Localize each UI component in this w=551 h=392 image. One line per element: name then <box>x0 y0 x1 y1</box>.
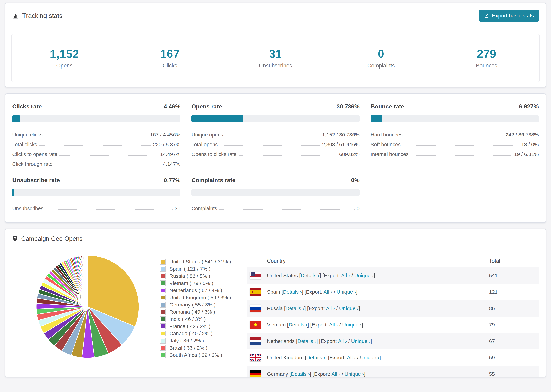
rate-row-label: Total clicks <box>12 142 37 147</box>
export-button-label: Export basic stats <box>492 13 534 19</box>
complaints-rate-bar <box>191 189 360 196</box>
dotted-leader <box>219 209 354 210</box>
rates-grid-bottom: Unsubscribe rate 0.77% Unsubscribes 31 C… <box>12 177 539 211</box>
export-all-link[interactable]: All › <box>326 305 335 311</box>
stat-label: Clicks <box>163 63 177 69</box>
details-link[interactable]: Details › <box>301 273 319 278</box>
legend-label: France ( 42 / 2% ) <box>170 323 211 329</box>
legend-item-romania[interactable]: Romania ( 49 / 3% ) <box>160 308 231 315</box>
rate-detail-row: Hard bounces 242 / 86.738% <box>371 128 539 138</box>
complaints-rate-value: 0% <box>351 177 360 183</box>
legend-item-france[interactable]: France ( 42 / 2% ) <box>160 323 231 330</box>
geo-table-row-es: Spain [Details ›] [Export: All › / Uniqu… <box>247 284 539 300</box>
tracking-stats-title: Tracking stats <box>22 12 63 20</box>
export-unique-link[interactable]: Unique › <box>342 322 361 328</box>
geo-table-header-country: Country <box>267 258 489 264</box>
export-basic-stats-button[interactable]: Export basic stats <box>479 10 539 21</box>
export-unique-link[interactable]: Unique › <box>337 289 356 295</box>
flag-gb <box>250 354 261 361</box>
details-link[interactable]: Details › <box>297 338 316 344</box>
dotted-leader <box>220 145 320 146</box>
rate-row-value: 19 / 6.81% <box>514 151 539 157</box>
flag-ru <box>250 305 261 312</box>
legend-item-russia[interactable]: Russia ( 86 / 5% ) <box>160 273 231 280</box>
geo-opens-title-wrap: Campaign Geo Opens <box>12 235 83 242</box>
geo-opens-title: Campaign Geo Opens <box>21 235 83 242</box>
stat-label: Unsubscribes <box>259 63 292 69</box>
rate-row-value: 242 / 86.738% <box>506 132 539 138</box>
legend-item-netherlands[interactable]: Netherlands ( 67 / 4% ) <box>160 287 231 294</box>
country-cell: United States [Details ›] [Export: All ›… <box>267 273 489 279</box>
rate-row-label: Total opens <box>191 142 218 147</box>
country-total: 55 <box>489 371 535 377</box>
legend-swatch <box>160 259 166 265</box>
geo-countries-table: Country Total United States [Details ›] … <box>247 255 539 377</box>
export-unique-link[interactable]: Unique › <box>351 338 370 344</box>
country-total: 121 <box>489 289 535 295</box>
export-all-link[interactable]: All › <box>347 355 356 360</box>
geo-opens-card: Campaign Geo Opens United States ( 541 /… <box>5 229 546 377</box>
country-cell: Russia [Details ›] [Export: All › / Uniq… <box>267 305 489 311</box>
details-link[interactable]: Details › <box>286 305 304 311</box>
pie-slice-other[interactable] <box>87 255 88 307</box>
legend-item-vietnam[interactable]: Vietnam ( 79 / 5% ) <box>160 280 231 287</box>
legend-label: United Kingdom ( 59 / 3% ) <box>170 295 231 301</box>
country-cell: Germany [Details ›] [Export: All › / Uni… <box>267 371 489 377</box>
details-link[interactable]: Details › <box>291 371 310 377</box>
rate-row-label: Clicks to opens rate <box>12 151 57 157</box>
export-unique-link[interactable]: Unique › <box>354 273 374 278</box>
legend-item-germany[interactable]: Germany ( 55 / 3% ) <box>160 301 231 308</box>
legend-swatch <box>160 266 166 272</box>
details-link[interactable]: Details › <box>283 289 302 295</box>
export-icon <box>484 13 489 18</box>
export-all-link[interactable]: All › <box>332 371 340 377</box>
details-link[interactable]: Details › <box>289 322 307 328</box>
export-unique-link[interactable]: Unique › <box>345 371 364 377</box>
legend-item-italy[interactable]: Italy ( 36 / 2% ) <box>160 337 231 344</box>
rate-row-value: 4.147% <box>163 161 180 167</box>
clicks-rate-rows: Unique clicks 167 / 4.456%Total clicks 2… <box>12 128 180 167</box>
stat-cell-opens: 1,152 Opens <box>12 34 117 82</box>
details-link[interactable]: Details › <box>306 355 325 360</box>
legend-swatch <box>160 345 166 351</box>
legend-item-united-kingdom[interactable]: United Kingdom ( 59 / 3% ) <box>160 294 231 301</box>
legend-swatch <box>160 280 166 286</box>
export-all-link[interactable]: All › <box>323 289 332 295</box>
legend-swatch <box>160 338 166 343</box>
rate-detail-row: Opens to clicks rate 689.82% <box>191 147 360 157</box>
legend-item-spain[interactable]: Spain ( 121 / 7% ) <box>160 265 231 273</box>
bounce-rate-bar-fill <box>371 115 382 122</box>
rate-detail-row: Unsubscribes 31 <box>12 202 180 211</box>
tracking-stats-header: Tracking stats Export basic stats <box>6 3 545 29</box>
rate-row-value: 220 / 5.87% <box>153 142 180 147</box>
rate-row-value: 31 <box>175 206 180 211</box>
legend-item-south-africa[interactable]: South Africa ( 29 / 2% ) <box>160 351 231 359</box>
legend-item-united-states[interactable]: United States ( 541 / 31% ) <box>160 258 231 265</box>
rate-row-label: Internal bounces <box>371 151 409 157</box>
rate-row-label: Complaints <box>191 206 217 211</box>
export-all-link[interactable]: All › <box>341 273 350 278</box>
export-all-link[interactable]: All › <box>329 322 338 328</box>
legend-swatch <box>160 295 166 301</box>
export-all-link[interactable]: All › <box>338 338 347 344</box>
export-unique-link[interactable]: Unique › <box>360 355 379 360</box>
legend-swatch <box>160 302 166 308</box>
legend-item-india[interactable]: India ( 46 / 3% ) <box>160 315 231 323</box>
rate-row-value: 0 <box>357 206 360 211</box>
legend-swatch <box>160 287 166 293</box>
rate-detail-row: Click through rate 4.147% <box>12 157 180 167</box>
bounce-rate-value: 6.927% <box>519 103 539 110</box>
export-unique-link[interactable]: Unique › <box>339 305 359 311</box>
unsubscribe-rate-rows: Unsubscribes 31 <box>12 202 180 211</box>
legend-item-canada[interactable]: Canada ( 40 / 2% ) <box>160 330 231 337</box>
stat-label: Complaints <box>367 63 395 69</box>
dotted-leader <box>225 136 320 136</box>
stat-value: 1,152 <box>50 47 79 60</box>
bounce-rate-title: Bounce rate <box>371 103 404 110</box>
geo-pie-legend: United States ( 541 / 31% ) Spain ( 121 … <box>160 258 231 359</box>
legend-label: South Africa ( 29 / 2% ) <box>170 352 222 358</box>
legend-label: Vietnam ( 79 / 5% ) <box>170 280 213 286</box>
geo-table-row-vn: ★ Vietnam [Details ›] [Export: All › / U… <box>247 317 539 333</box>
rate-row-label: Soft bounces <box>371 142 401 147</box>
legend-item-brazil[interactable]: Brazil ( 33 / 2% ) <box>160 344 231 351</box>
